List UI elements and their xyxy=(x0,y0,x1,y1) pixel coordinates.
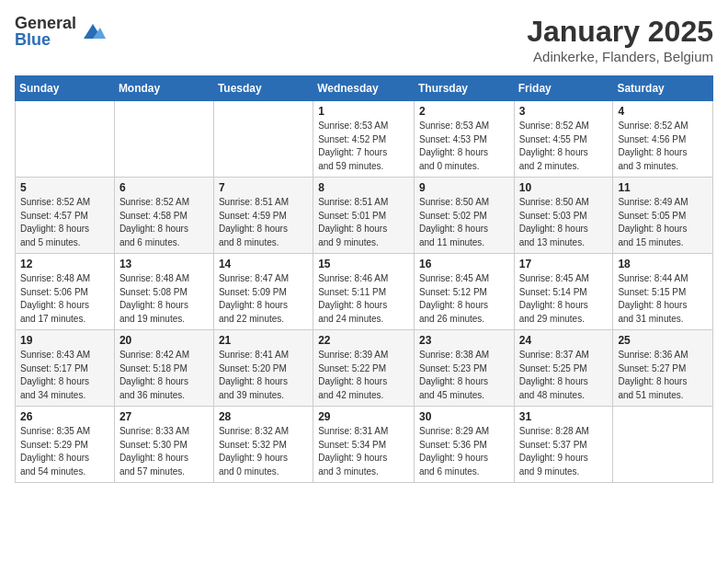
day-number: 26 xyxy=(20,410,109,423)
day-cell xyxy=(16,101,115,178)
day-info: Sunrise: 8:44 AMSunset: 5:15 PMDaylight:… xyxy=(618,272,708,326)
header-cell-tuesday: Tuesday xyxy=(213,76,313,101)
day-number: 12 xyxy=(20,258,109,270)
day-number: 24 xyxy=(519,334,609,347)
day-cell: 4Sunrise: 8:52 AMSunset: 4:56 PMDaylight… xyxy=(613,101,713,178)
day-number: 15 xyxy=(318,258,409,270)
day-info: Sunrise: 8:32 AMSunset: 5:32 PMDaylight:… xyxy=(219,425,308,478)
day-number: 25 xyxy=(618,334,708,347)
day-info: Sunrise: 8:36 AMSunset: 5:27 PMDaylight:… xyxy=(618,349,708,402)
header-cell-sunday: Sunday xyxy=(16,76,115,101)
day-number: 9 xyxy=(419,181,509,194)
day-cell: 11Sunrise: 8:49 AMSunset: 5:05 PMDayligh… xyxy=(613,178,713,254)
day-info: Sunrise: 8:42 AMSunset: 5:18 PMDaylight:… xyxy=(119,349,209,402)
day-number: 21 xyxy=(219,334,308,347)
day-cell: 27Sunrise: 8:33 AMSunset: 5:30 PMDayligh… xyxy=(114,407,213,483)
header-cell-monday: Monday xyxy=(114,76,213,101)
day-number: 13 xyxy=(119,258,209,270)
day-number: 18 xyxy=(618,258,708,270)
day-number: 7 xyxy=(219,181,308,194)
day-cell: 2Sunrise: 8:53 AMSunset: 4:53 PMDaylight… xyxy=(414,101,514,178)
week-row-1: 1Sunrise: 8:53 AMSunset: 4:52 PMDaylight… xyxy=(16,101,713,178)
day-cell xyxy=(613,407,713,483)
header: General Blue January 2025 Adinkerke, Fla… xyxy=(15,15,713,64)
day-cell: 13Sunrise: 8:48 AMSunset: 5:08 PMDayligh… xyxy=(114,254,213,330)
day-number: 4 xyxy=(618,105,708,118)
logo-icon xyxy=(80,20,106,42)
day-cell: 21Sunrise: 8:41 AMSunset: 5:20 PMDayligh… xyxy=(213,330,313,407)
day-number: 17 xyxy=(519,258,609,270)
calendar-header: SundayMondayTuesdayWednesdayThursdayFrid… xyxy=(16,76,713,101)
day-cell xyxy=(213,101,313,178)
day-number: 28 xyxy=(219,410,308,423)
day-cell: 17Sunrise: 8:45 AMSunset: 5:14 PMDayligh… xyxy=(514,254,613,330)
week-row-5: 26Sunrise: 8:35 AMSunset: 5:29 PMDayligh… xyxy=(16,407,713,483)
day-cell: 26Sunrise: 8:35 AMSunset: 5:29 PMDayligh… xyxy=(16,407,115,483)
day-number: 20 xyxy=(119,334,209,347)
day-number: 11 xyxy=(618,181,708,194)
day-cell: 9Sunrise: 8:50 AMSunset: 5:02 PMDaylight… xyxy=(414,178,514,254)
day-cell: 6Sunrise: 8:52 AMSunset: 4:58 PMDaylight… xyxy=(114,178,213,254)
day-cell: 15Sunrise: 8:46 AMSunset: 5:11 PMDayligh… xyxy=(313,254,415,330)
day-number: 1 xyxy=(318,105,409,118)
day-cell xyxy=(114,101,213,178)
day-cell: 14Sunrise: 8:47 AMSunset: 5:09 PMDayligh… xyxy=(213,254,313,330)
day-info: Sunrise: 8:37 AMSunset: 5:25 PMDaylight:… xyxy=(519,349,609,402)
day-number: 5 xyxy=(20,181,109,194)
day-info: Sunrise: 8:52 AMSunset: 4:55 PMDaylight:… xyxy=(519,120,609,173)
day-number: 29 xyxy=(318,410,409,423)
day-info: Sunrise: 8:51 AMSunset: 4:59 PMDaylight:… xyxy=(219,196,308,249)
day-info: Sunrise: 8:50 AMSunset: 5:03 PMDaylight:… xyxy=(519,196,609,249)
day-number: 2 xyxy=(419,105,509,118)
day-number: 10 xyxy=(519,181,609,194)
header-cell-friday: Friday xyxy=(514,76,613,101)
day-cell: 22Sunrise: 8:39 AMSunset: 5:22 PMDayligh… xyxy=(313,330,415,407)
day-info: Sunrise: 8:52 AMSunset: 4:57 PMDaylight:… xyxy=(20,196,109,249)
day-cell: 1Sunrise: 8:53 AMSunset: 4:52 PMDaylight… xyxy=(313,101,415,178)
day-number: 8 xyxy=(318,181,409,194)
day-number: 31 xyxy=(519,410,609,423)
day-info: Sunrise: 8:33 AMSunset: 5:30 PMDaylight:… xyxy=(119,425,209,478)
day-cell: 23Sunrise: 8:38 AMSunset: 5:23 PMDayligh… xyxy=(414,330,514,407)
day-number: 3 xyxy=(519,105,609,118)
day-number: 6 xyxy=(119,181,209,194)
day-cell: 25Sunrise: 8:36 AMSunset: 5:27 PMDayligh… xyxy=(613,330,713,407)
day-info: Sunrise: 8:53 AMSunset: 4:53 PMDaylight:… xyxy=(419,120,509,173)
day-info: Sunrise: 8:43 AMSunset: 5:17 PMDaylight:… xyxy=(20,349,109,402)
day-cell: 5Sunrise: 8:52 AMSunset: 4:57 PMDaylight… xyxy=(16,178,115,254)
day-info: Sunrise: 8:53 AMSunset: 4:52 PMDaylight:… xyxy=(318,120,409,173)
calendar-title: January 2025 xyxy=(527,15,713,49)
day-cell: 7Sunrise: 8:51 AMSunset: 4:59 PMDaylight… xyxy=(213,178,313,254)
day-number: 14 xyxy=(219,258,308,270)
day-info: Sunrise: 8:45 AMSunset: 5:14 PMDaylight:… xyxy=(519,272,609,326)
day-cell: 10Sunrise: 8:50 AMSunset: 5:03 PMDayligh… xyxy=(514,178,613,254)
day-cell: 30Sunrise: 8:29 AMSunset: 5:36 PMDayligh… xyxy=(414,407,514,483)
day-info: Sunrise: 8:47 AMSunset: 5:09 PMDaylight:… xyxy=(219,272,308,326)
title-area: January 2025 Adinkerke, Flanders, Belgiu… xyxy=(527,15,713,64)
header-row: SundayMondayTuesdayWednesdayThursdayFrid… xyxy=(16,76,713,101)
day-number: 16 xyxy=(419,258,509,270)
day-info: Sunrise: 8:48 AMSunset: 5:06 PMDaylight:… xyxy=(20,272,109,326)
day-cell: 18Sunrise: 8:44 AMSunset: 5:15 PMDayligh… xyxy=(613,254,713,330)
day-info: Sunrise: 8:52 AMSunset: 4:58 PMDaylight:… xyxy=(119,196,209,249)
day-cell: 28Sunrise: 8:32 AMSunset: 5:32 PMDayligh… xyxy=(213,407,313,483)
logo-general: General xyxy=(15,15,76,31)
week-row-3: 12Sunrise: 8:48 AMSunset: 5:06 PMDayligh… xyxy=(16,254,713,330)
day-number: 22 xyxy=(318,334,409,347)
header-cell-thursday: Thursday xyxy=(414,76,514,101)
day-info: Sunrise: 8:39 AMSunset: 5:22 PMDaylight:… xyxy=(318,349,409,402)
day-number: 23 xyxy=(419,334,509,347)
day-cell: 24Sunrise: 8:37 AMSunset: 5:25 PMDayligh… xyxy=(514,330,613,407)
calendar-body: 1Sunrise: 8:53 AMSunset: 4:52 PMDaylight… xyxy=(16,101,713,483)
day-info: Sunrise: 8:35 AMSunset: 5:29 PMDaylight:… xyxy=(20,425,109,478)
day-info: Sunrise: 8:46 AMSunset: 5:11 PMDaylight:… xyxy=(318,272,409,326)
day-cell: 31Sunrise: 8:28 AMSunset: 5:37 PMDayligh… xyxy=(514,407,613,483)
day-info: Sunrise: 8:51 AMSunset: 5:01 PMDaylight:… xyxy=(318,196,409,249)
day-info: Sunrise: 8:28 AMSunset: 5:37 PMDaylight:… xyxy=(519,425,609,478)
logo-blue: Blue xyxy=(15,31,76,48)
day-cell: 16Sunrise: 8:45 AMSunset: 5:12 PMDayligh… xyxy=(414,254,514,330)
day-info: Sunrise: 8:49 AMSunset: 5:05 PMDaylight:… xyxy=(618,196,708,249)
week-row-4: 19Sunrise: 8:43 AMSunset: 5:17 PMDayligh… xyxy=(16,330,713,407)
logo: General Blue xyxy=(15,15,106,48)
day-cell: 8Sunrise: 8:51 AMSunset: 5:01 PMDaylight… xyxy=(313,178,415,254)
